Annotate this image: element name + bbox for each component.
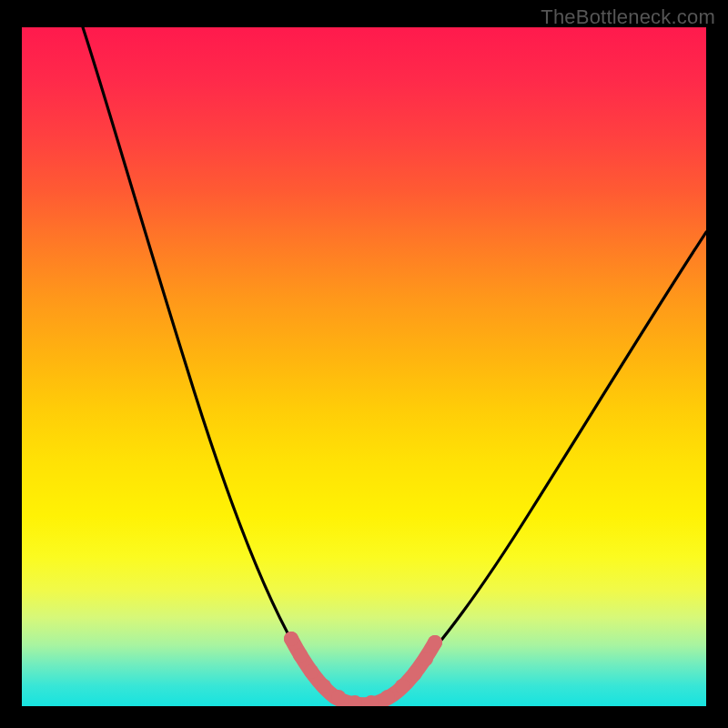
watermark-text: TheBottleneck.com	[541, 5, 715, 29]
curve-layer	[22, 27, 706, 706]
plot-area	[22, 27, 706, 706]
bottleneck-curve	[83, 27, 706, 702]
chart-container: TheBottleneck.com	[0, 0, 728, 728]
